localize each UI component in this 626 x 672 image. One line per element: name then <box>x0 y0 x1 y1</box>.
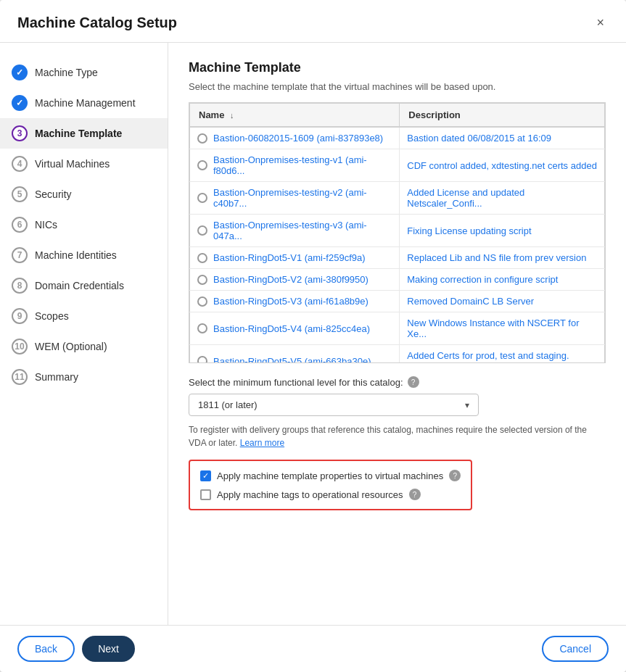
sidebar-label-machine-type: Machine Type <box>35 67 98 78</box>
dialog-header: Machine Catalog Setup × <box>0 0 626 43</box>
step-circle-11: 11 <box>12 369 28 385</box>
sidebar-label-machine-template: Machine Template <box>35 128 122 139</box>
table-row[interactable]: Bastion-RingDot5-V1 (ami-f259cf9a) Repla… <box>190 247 605 269</box>
radio-button[interactable] <box>197 253 207 263</box>
step-circle-8: 8 <box>12 278 28 294</box>
table-row[interactable]: Bastion-RingDot5-V2 (ami-380f9950) Makin… <box>190 269 605 291</box>
dialog-title: Machine Catalog Setup <box>17 14 177 31</box>
radio-button[interactable] <box>197 133 207 144</box>
sidebar-label-security: Security <box>35 188 72 200</box>
table-cell-name[interactable]: Bastion-Onpremises-testing-v1 (ami-f80d6… <box>190 149 400 182</box>
functional-level-label: Select the minimum functional level for … <box>189 376 606 388</box>
template-name: Bastion-Onpremises-testing-v1 (ami-f80d6… <box>213 154 392 176</box>
table-cell-desc: CDF control added, xdtesting.net certs a… <box>400 149 605 182</box>
sidebar-item-machine-identities[interactable]: 7 Machine Identities <box>0 240 168 270</box>
template-name: Bastion-06082015-1609 (ami-837893e8) <box>213 133 383 144</box>
template-name: Bastion-Onpremises-testing-v3 (ami-047a.… <box>213 220 392 241</box>
functional-level-dropdown[interactable]: 1811 (or later) ▾ <box>189 394 479 416</box>
next-button[interactable]: Next <box>82 636 135 662</box>
sidebar-item-machine-type[interactable]: ✓ Machine Type <box>0 57 168 88</box>
apply-template-help-icon[interactable]: ? <box>449 470 461 481</box>
table-cell-name[interactable]: Bastion-RingDot5-V2 (ami-380f9950) <box>190 269 400 291</box>
table-row[interactable]: Bastion-Onpremises-testing-v1 (ami-f80d6… <box>190 149 605 182</box>
table-cell-desc: New Windows Instance with NSCERT for Xe.… <box>400 312 605 345</box>
table-cell-name[interactable]: Bastion-RingDot5-V1 (ami-f259cf9a) <box>190 247 400 269</box>
radio-button[interactable] <box>197 323 207 333</box>
footer-left: Back Next <box>17 636 135 662</box>
table-cell-name[interactable]: Bastion-RingDot5-V4 (ami-825cc4ea) <box>190 312 400 345</box>
col-header-name[interactable]: Name ↓ <box>190 104 400 128</box>
back-button[interactable]: Back <box>17 636 75 662</box>
apply-template-checkbox[interactable] <box>200 470 211 481</box>
table-cell-name[interactable]: Bastion-RingDot5-V5 (ami-663ba30e) <box>190 345 400 364</box>
template-desc: Making correction in configure script <box>407 274 558 285</box>
step-circle-6: 6 <box>12 217 28 233</box>
sidebar-item-domain-credentials[interactable]: 8 Domain Credentials <box>0 270 168 301</box>
template-desc: Fixing License updating script <box>407 225 531 236</box>
apply-template-label: Apply machine template properties to vir… <box>217 470 443 481</box>
apply-tags-checkbox[interactable] <box>200 489 211 500</box>
table-cell-desc: Making correction in configure script <box>400 269 605 291</box>
sidebar-label-scopes: Scopes <box>35 310 69 322</box>
section-description: Select the machine template that the vir… <box>189 81 606 92</box>
sidebar-item-summary[interactable]: 11 Summary <box>0 362 168 392</box>
radio-button[interactable] <box>197 296 207 307</box>
checkbox-section: Apply machine template properties to vir… <box>189 460 472 510</box>
table-row[interactable]: Bastion-Onpremises-testing-v3 (ami-047a.… <box>190 215 605 247</box>
dialog-body: ✓ Machine Type ✓ Machine Management 3 Ma… <box>0 43 626 625</box>
table-row[interactable]: Bastion-Onpremises-testing-v2 (ami-c40b7… <box>190 182 605 215</box>
table-cell-desc: Added Certs for prod, test and staging. … <box>400 345 605 364</box>
functional-level-help-icon[interactable]: ? <box>408 376 419 388</box>
sidebar-item-security[interactable]: 5 Security <box>0 179 168 210</box>
table-cell-name[interactable]: Bastion-Onpremises-testing-v3 (ami-047a.… <box>190 215 400 247</box>
sidebar-label-nics: NICs <box>35 219 57 231</box>
table-cell-name[interactable]: Bastion-RingDot5-V3 (ami-f61a8b9e) <box>190 291 400 312</box>
vda-note: To register with delivery groups that re… <box>189 423 606 449</box>
table-cell-name[interactable]: Bastion-Onpremises-testing-v2 (ami-c40b7… <box>190 182 400 215</box>
template-table-wrapper[interactable]: Name ↓ Description Bastion-06082015-1609 <box>189 102 606 363</box>
sidebar: ✓ Machine Type ✓ Machine Management 3 Ma… <box>0 43 168 625</box>
sidebar-label-summary: Summary <box>35 371 78 383</box>
radio-button[interactable] <box>197 275 207 285</box>
sidebar-item-virtual-machines[interactable]: 4 Virtual Machines <box>0 149 168 179</box>
sidebar-item-wem[interactable]: 10 WEM (Optional) <box>0 331 168 362</box>
learn-more-link[interactable]: Learn more <box>240 438 284 448</box>
sidebar-item-machine-template[interactable]: 3 Machine Template <box>0 118 168 149</box>
template-name: Bastion-RingDot5-V1 (ami-f259cf9a) <box>213 252 366 263</box>
template-name: Bastion-Onpremises-testing-v2 (ami-c40b7… <box>213 187 392 209</box>
sidebar-item-scopes[interactable]: 9 Scopes <box>0 301 168 331</box>
table-row[interactable]: Bastion-RingDot5-V5 (ami-663ba30e) Added… <box>190 345 605 364</box>
template-name: Bastion-RingDot5-V5 (ami-663ba30e) <box>213 356 371 364</box>
table-cell-name[interactable]: Bastion-06082015-1609 (ami-837893e8) <box>190 127 400 149</box>
template-desc: Removed DomainC LB Server <box>407 296 534 307</box>
cancel-button[interactable]: Cancel <box>542 636 609 662</box>
sidebar-label-machine-identities: Machine Identities <box>35 249 117 261</box>
template-desc: Added License and updated Netscaler_Conf… <box>407 187 524 209</box>
radio-button[interactable] <box>197 356 207 363</box>
radio-button[interactable] <box>197 225 207 236</box>
template-desc: CDF control added, xdtesting.net certs a… <box>407 160 597 171</box>
close-button[interactable]: × <box>592 13 609 32</box>
step-circle-3: 3 <box>12 125 28 141</box>
table-row[interactable]: Bastion-RingDot5-V3 (ami-f61a8b9e) Remov… <box>190 291 605 312</box>
radio-button[interactable] <box>197 193 207 203</box>
chevron-down-icon: ▾ <box>465 400 469 410</box>
table-cell-desc: Added License and updated Netscaler_Conf… <box>400 182 605 215</box>
template-desc: New Windows Instance with NSCERT for Xe.… <box>407 318 579 339</box>
template-desc: Added Certs for prod, test and staging. … <box>407 350 569 363</box>
sidebar-item-nics[interactable]: 6 NICs <box>0 210 168 240</box>
apply-tags-help-icon[interactable]: ? <box>409 489 421 500</box>
step-circle-7: 7 <box>12 247 28 263</box>
template-table: Name ↓ Description Bastion-06082015-1609 <box>189 103 605 363</box>
table-row[interactable]: Bastion-RingDot5-V4 (ami-825cc4ea) New W… <box>190 312 605 345</box>
sidebar-item-machine-management[interactable]: ✓ Machine Management <box>0 88 168 118</box>
table-row[interactable]: Bastion-06082015-1609 (ami-837893e8) Bas… <box>190 127 605 149</box>
radio-button[interactable] <box>197 160 207 170</box>
template-desc: Replaced Lib and NS file from prev versi… <box>407 252 586 263</box>
step-circle-5: 5 <box>12 186 28 202</box>
functional-level-section: Select the minimum functional level for … <box>189 376 606 449</box>
table-cell-desc: Removed DomainC LB Server <box>400 291 605 312</box>
sort-icon: ↓ <box>230 111 234 120</box>
sidebar-label-domain-credentials: Domain Credentials <box>35 280 124 291</box>
template-name: Bastion-RingDot5-V2 (ami-380f9950) <box>213 274 368 285</box>
